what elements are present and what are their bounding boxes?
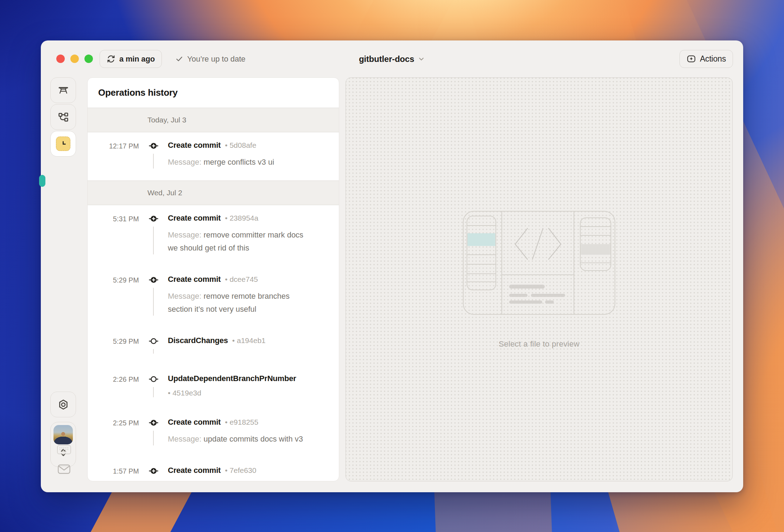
operation-name: Create commit [168, 418, 221, 427]
commit-hash: • 5d08afe [225, 141, 256, 150]
history-entry[interactable]: 5:29 PMCreate commit• dcee745Message: re… [88, 266, 339, 328]
commit-filled-icon [149, 466, 158, 476]
history-entry[interactable]: 12:17 PMCreate commit• 5d08afeMessage: m… [88, 132, 339, 180]
sidebar-item-branches[interactable] [50, 104, 76, 130]
sidebar-item-history[interactable] [50, 131, 76, 157]
operations-history-panel: Operations history Today, Jul 312:17 PMC… [87, 77, 339, 481]
commit-message: Message: remove remote branches section … [168, 290, 310, 316]
gitbutler-window: a min ago You’re up to date gitbutler-do… [41, 40, 743, 492]
active-project-indicator [39, 175, 45, 187]
clock-icon [56, 137, 70, 151]
commit-message: Message: remove committer mark docs we s… [168, 228, 310, 254]
operation-name: Create commit [168, 275, 221, 284]
workbench-table-icon [57, 84, 69, 96]
commit-message: Message: update commits docs with v3 [168, 432, 310, 445]
desktop-wallpaper: a min ago You’re up to date gitbutler-do… [0, 0, 784, 532]
sparkle-card-icon [687, 54, 696, 64]
entry-time: 2:26 PM [88, 373, 139, 397]
avatar [53, 425, 73, 444]
entry-connector-line [153, 288, 154, 316]
commit-message: Message: merge conflicts v3 ui [168, 156, 310, 169]
sync-status: You’re up to date [175, 50, 246, 68]
file-preview-panel: Select a file to preview [346, 77, 733, 481]
minimize-button[interactable] [70, 55, 79, 63]
commit-filled-icon [149, 275, 158, 285]
actions-button-label: Actions [700, 54, 726, 64]
commit-hash: • dcee745 [225, 275, 258, 284]
commit-hash: • 238954a [225, 214, 258, 222]
actions-button[interactable]: Actions [679, 50, 733, 68]
sidebar-item-workbench[interactable] [50, 77, 76, 103]
commit-outline-icon [149, 374, 158, 384]
entry-time: 5:29 PM [88, 274, 139, 316]
commit-hash: • 7efe630 [225, 466, 256, 475]
preview-placeholder-text: Select a file to preview [346, 340, 732, 349]
sync-button-label: a min ago [119, 55, 155, 64]
keyboard-shortcuts-button[interactable] [57, 444, 71, 455]
date-header: Wed, Jul 2 [88, 180, 339, 205]
entry-time: 2:25 PM [88, 417, 139, 445]
commit-outline-icon [149, 336, 158, 346]
commit-filled-icon [149, 141, 158, 151]
history-entry[interactable]: 5:31 PMCreate commit• 238954aMessage: re… [88, 205, 339, 266]
traffic-lights [56, 55, 93, 63]
commit-hash: • 4519e3d [168, 389, 328, 397]
history-entry[interactable]: 5:29 PMDiscardChanges• a194eb1 [88, 328, 339, 366]
entry-time: 1:57 PM [88, 465, 139, 476]
gear-icon [58, 399, 69, 410]
operation-name: DiscardChanges [168, 336, 228, 345]
sidebar [41, 77, 87, 492]
date-header: Today, Jul 3 [88, 108, 339, 132]
zoom-button[interactable] [84, 55, 93, 63]
sidebar-item-settings[interactable] [50, 392, 76, 417]
feedback-mail-button[interactable] [57, 464, 71, 475]
history-entry[interactable]: 2:26 PMUpdateDependentBranchPrNumber• 45… [88, 366, 339, 409]
commit-filled-icon [149, 418, 158, 428]
commit-hash: • e918255 [225, 418, 258, 426]
entry-connector-line [153, 431, 154, 445]
entry-time: 5:31 PM [88, 213, 139, 254]
entry-connector-line [153, 227, 154, 254]
commit-filled-icon [149, 214, 158, 223]
sync-icon [107, 55, 115, 63]
operation-name: Create commit [168, 466, 221, 475]
history-entry[interactable]: 2:25 PMCreate commit• e918255Message: up… [88, 409, 339, 457]
operation-name: Create commit [168, 141, 221, 150]
history-entry[interactable]: 1:57 PMCreate commit• 7efe630 [88, 457, 339, 481]
entry-connector-line [153, 154, 154, 169]
entry-time: 5:29 PM [88, 335, 139, 354]
panel-title: Operations history [88, 78, 339, 108]
branch-graph-icon [58, 112, 69, 123]
sync-button[interactable]: a min ago [100, 50, 162, 68]
entry-time: 12:17 PM [88, 140, 139, 169]
operation-name: Create commit [168, 214, 221, 223]
commit-hash: • a194eb1 [232, 336, 266, 345]
operation-name: UpdateDependentBranchPrNumber [168, 374, 296, 383]
check-icon [175, 55, 183, 63]
operations-list: Today, Jul 312:17 PMCreate commit• 5d08a… [88, 108, 339, 481]
status-text: You’re up to date [187, 55, 246, 64]
project-title: gitbutler-docs [359, 54, 414, 64]
project-switcher[interactable]: gitbutler-docs [359, 50, 425, 68]
topbar: a min ago You’re up to date gitbutler-do… [41, 40, 743, 77]
entry-connector-line [153, 387, 154, 397]
entry-connector-line [153, 349, 154, 354]
empty-preview-illustration [463, 211, 615, 315]
chevron-down-icon [418, 55, 425, 63]
close-button[interactable] [56, 55, 65, 63]
